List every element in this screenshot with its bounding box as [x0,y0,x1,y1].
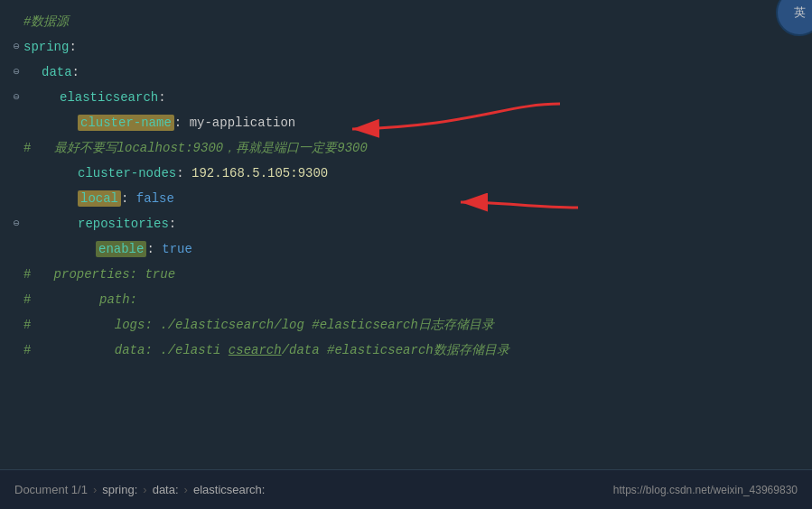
editor-area: #数据源 ⊖ spring: ⊖ data: ⊖ elasticsearch: … [0,0,812,469]
comment-properties: properties: true [31,267,175,282]
key-local: local [78,190,121,207]
line-10: enable: true [0,236,812,262]
key-cluster-nodes: cluster-nodes [78,166,176,180]
line-3: ⊖ data: [0,60,812,85]
fold-spacer-5 [9,116,23,130]
value-local: false [136,191,174,206]
line-11: # properties: true [0,262,812,287]
line-6: # 最好不要写localhost:9300，再就是端口一定要9300 [0,135,812,161]
fold-spacer-13 [9,318,23,332]
comment-localhost: 最好不要写localhost:9300，再就是端口一定要9300 [31,140,367,156]
status-url: https://blog.csdn.net/weixin_43969830 [613,484,798,496]
line-2: ⊖ spring: [0,34,812,60]
fold-spacer-11 [9,267,23,282]
key-elasticsearch: elasticsearch [60,90,158,105]
fold-spacer-8 [9,191,23,206]
hash-12: # [23,292,31,307]
line-5: cluster-name: my-application [0,110,812,135]
line-14: # data: ./elasti csearch/data #elasticse… [0,338,812,363]
status-breadcrumb-data: data: [153,483,179,496]
lang-label: 英 [794,5,806,21]
status-breadcrumb-es: elasticsearch: [193,483,265,496]
hash-6: # [23,141,31,155]
fold-spacer-7 [9,166,23,180]
key-enable: enable [96,241,146,257]
fold-spacer-12 [9,292,23,307]
line-8: local: false [0,186,812,211]
fold-icon-repositories[interactable]: ⊖ [9,217,23,231]
fold-icon-spring[interactable]: ⊖ [9,40,23,54]
fold-spacer-6 [9,141,23,155]
hash-11: # [23,267,31,282]
line-12: # path: [0,287,812,312]
line-1: #数据源 [0,9,812,34]
line-9: ⊖ repositories: [0,211,812,236]
hash-13: # [23,318,31,332]
hash-14: # [23,343,31,357]
status-doc-label: Document 1/1 [14,483,88,496]
key-data: data [42,65,72,79]
fold-icon-data[interactable]: ⊖ [9,65,23,79]
comment-datasource: #数据源 [23,14,69,30]
key-repositories: repositories [78,217,169,231]
status-sep-3: › [184,483,188,496]
value-cluster-name: my-application [190,116,296,130]
key-cluster-name: cluster-name [78,115,174,131]
line-13: # logs: ./elasticsearch/log #elasticsear… [0,312,812,338]
value-enable: true [162,242,192,256]
status-sep-1: › [93,483,97,496]
comment-csearch: csearch [229,343,282,357]
status-bar: Document 1/1 › spring: › data: › elastic… [0,469,812,509]
fold-spacer-1 [9,14,23,29]
comment-path: path: [31,292,137,307]
fold-spacer-10 [9,242,23,256]
comment-data-path: data: ./elasti [31,343,228,357]
status-breadcrumb-spring: spring: [102,483,137,496]
line-7: cluster-nodes: 192.168.5.105:9300 [0,161,812,186]
comment-data-path-2: /data #elasticsearch数据存储目录 [282,342,509,358]
line-4: ⊖ elasticsearch: [0,85,812,110]
fold-spacer-14 [9,343,23,357]
value-cluster-nodes: 192.168.5.105:9300 [191,166,328,180]
key-spring: spring [23,40,69,54]
comment-logs: logs: ./elasticsearch/log #elasticsearch… [31,317,493,333]
status-sep-2: › [143,483,146,496]
fold-icon-elasticsearch[interactable]: ⊖ [9,90,23,105]
